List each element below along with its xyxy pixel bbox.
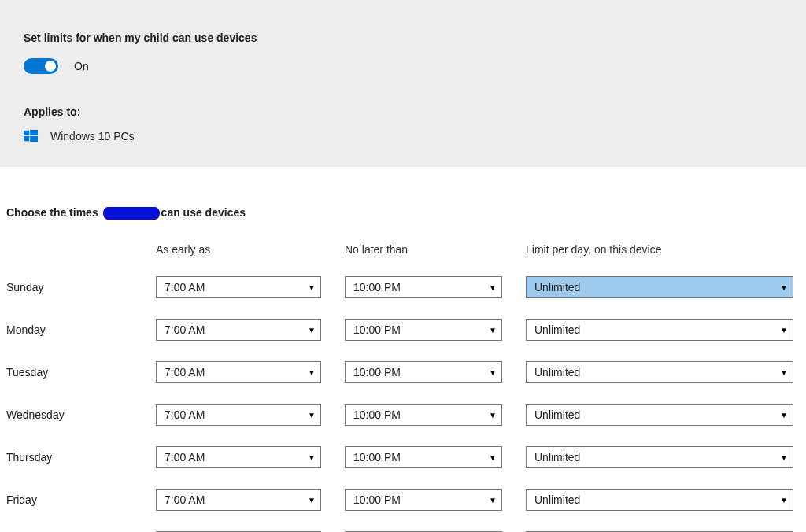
select-late[interactable]: 10:00 PM▼ [345,319,502,341]
chevron-down-icon: ▼ [308,368,316,377]
chevron-down-icon: ▼ [489,283,497,292]
select-value: 10:00 PM [353,451,401,464]
select-early[interactable]: 7:00 AM▼ [156,361,321,383]
chevron-down-icon: ▼ [308,496,316,504]
select-early[interactable]: 7:00 AM▼ [156,404,321,426]
svg-rect-0 [24,131,29,135]
applies-to-device: Windows 10 PCs [50,130,135,142]
chevron-down-icon: ▼ [489,496,497,504]
select-late[interactable]: 10:00 PM▼ [345,276,502,298]
day-label: Thursday [6,451,156,464]
settings-panel: Set limits for when my child can use dev… [0,0,806,167]
select-late[interactable]: 10:00 PM▼ [345,361,502,383]
select-value: 7:00 AM [165,366,205,379]
chevron-down-icon: ▼ [308,326,316,334]
svg-rect-1 [30,130,38,135]
select-value: 10:00 PM [353,281,401,294]
select-value: 10:00 PM [353,323,401,336]
chevron-down-icon: ▼ [780,496,788,504]
col-header-early: As early as [156,243,321,256]
select-value: 10:00 PM [353,366,401,379]
select-early[interactable]: 7:00 AM▼ [156,319,321,341]
col-header-limit: Limit per day, on this device [526,243,793,256]
redacted-name [103,207,160,220]
select-value: 7:00 AM [165,451,205,464]
schedule-grid: As early as No later than Limit per day,… [6,243,806,532]
select-limit[interactable]: Unlimited▼ [526,361,793,383]
choose-times-suffix: can use devices [161,206,246,219]
select-limit[interactable]: Unlimited▼ [526,404,793,426]
day-label: Sunday [6,281,156,294]
svg-rect-2 [24,136,29,141]
choose-times-prefix: Choose the times [6,206,98,219]
chevron-down-icon: ▼ [308,283,316,292]
select-value: 7:00 AM [165,493,205,506]
applies-to-title: Applies to: [24,105,782,118]
select-limit[interactable]: Unlimited▼ [526,276,793,298]
chevron-down-icon: ▼ [489,411,497,419]
select-early[interactable]: 7:00 AM▼ [156,489,321,511]
select-limit[interactable]: Unlimited▼ [526,489,793,511]
select-value: Unlimited [534,451,580,464]
select-value: 7:00 AM [165,408,205,421]
choose-times-title: Choose the times can use devices [6,206,806,220]
select-late[interactable]: 10:00 PM▼ [345,404,502,426]
chevron-down-icon: ▼ [780,326,788,334]
toggle-row: On [24,58,782,74]
day-label: Monday [6,323,156,336]
chevron-down-icon: ▼ [489,326,497,334]
select-value: Unlimited [534,493,580,506]
chevron-down-icon: ▼ [780,368,788,377]
select-late[interactable]: 10:00 PM▼ [345,446,502,468]
chevron-down-icon: ▼ [308,453,316,462]
col-header-late: No later than [345,243,502,256]
device-limits-toggle[interactable] [24,58,58,74]
select-value: 10:00 PM [353,408,401,421]
chevron-down-icon: ▼ [780,453,788,462]
schedule-section: Choose the times can use devices As earl… [0,167,806,532]
day-label: Wednesday [6,408,156,421]
day-label: Friday [6,493,156,506]
day-label: Tuesday [6,366,156,379]
chevron-down-icon: ▼ [780,283,788,292]
chevron-down-icon: ▼ [489,368,497,377]
select-value: Unlimited [534,366,580,379]
select-value: 10:00 PM [353,493,401,506]
select-limit[interactable]: Unlimited▼ [526,319,793,341]
select-early[interactable]: 7:00 AM▼ [156,276,321,298]
chevron-down-icon: ▼ [489,453,497,462]
toggle-state-label: On [74,60,89,72]
select-value: 7:00 AM [165,323,205,336]
select-limit[interactable]: Unlimited▼ [526,446,793,468]
chevron-down-icon: ▼ [780,411,788,419]
chevron-down-icon: ▼ [308,411,316,419]
windows-icon [24,129,38,143]
select-early[interactable]: 7:00 AM▼ [156,446,321,468]
select-late[interactable]: 10:00 PM▼ [345,489,502,511]
set-limits-title: Set limits for when my child can use dev… [24,31,782,44]
toggle-knob [45,61,56,72]
select-value: 7:00 AM [165,281,205,294]
select-value: Unlimited [534,281,580,294]
select-value: Unlimited [534,408,580,421]
select-value: Unlimited [534,323,580,336]
applies-to-row: Windows 10 PCs [24,129,782,143]
svg-rect-3 [30,136,38,142]
